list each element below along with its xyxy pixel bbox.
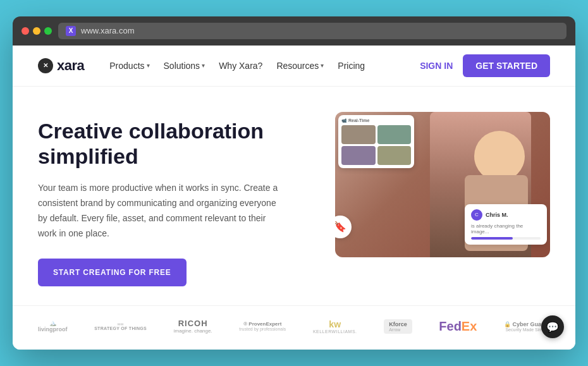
- logo-text: xara: [57, 58, 84, 74]
- chevron-down-icon: ▾: [321, 62, 324, 69]
- tooltip-action: is already changing the image...: [471, 223, 541, 235]
- brand-keller-williams: kw KELLERWILLIAMS.: [313, 319, 357, 334]
- browser-window: X www.xara.com ✕ xara Products ▾ Solutio…: [13, 16, 575, 350]
- close-button[interactable]: [21, 27, 29, 35]
- hero-image: 📹 Real-Time 🔖: [335, 112, 550, 257]
- nav-products[interactable]: Products ▾: [109, 61, 149, 71]
- nav-items: Products ▾ Solutions ▾ Why Xara? Resourc…: [109, 61, 401, 71]
- browser-chrome: X www.xara.com: [13, 16, 575, 46]
- cta-button[interactable]: START CREATING FOR FREE: [38, 259, 187, 286]
- hero-subtitle: Your team is more productive when it wor…: [38, 181, 278, 241]
- minimize-button[interactable]: [33, 27, 40, 35]
- user-avatar: C: [471, 209, 482, 221]
- nav-pricing[interactable]: Pricing: [338, 61, 365, 71]
- maximize-button[interactable]: [44, 27, 52, 35]
- navbar: ✕ xara Products ▾ Solutions ▾ Why Xara?: [13, 46, 575, 87]
- brand-proven-expert: ® ProvenExpert trusted by professionals: [239, 321, 286, 331]
- logo[interactable]: ✕ xara: [38, 58, 84, 74]
- nav-resources[interactable]: Resources ▾: [276, 61, 324, 71]
- brands-row: 🏔️ livingproof ∞∞ STRATEGY OF THINGS RIC…: [38, 319, 550, 334]
- browser-content: ✕ xara Products ▾ Solutions ▾ Why Xara?: [13, 46, 575, 350]
- brand-kforce: Kforce Arrow: [384, 319, 412, 334]
- nav-actions: SIGN IN GET STARTED: [420, 54, 550, 77]
- get-started-button[interactable]: GET STARTED: [463, 54, 550, 77]
- traffic-lights: [21, 27, 52, 35]
- brand-living-proof: 🏔️ livingproof: [38, 320, 68, 332]
- brand-fedex: FedEx: [439, 319, 477, 334]
- nav-why-xara[interactable]: Why Xara?: [219, 61, 262, 71]
- hero-title: Creative collaboration simplified: [38, 118, 316, 170]
- progress-bar: [471, 237, 541, 240]
- logo-icon: ✕: [38, 58, 53, 73]
- url-text: www.xara.com: [81, 26, 135, 35]
- sign-in-button[interactable]: SIGN IN: [420, 61, 453, 71]
- hero-right: 📹 Real-Time 🔖: [335, 112, 550, 287]
- chat-icon: 💬: [546, 321, 559, 333]
- brand-ricoh: RICOH imagine. change.: [174, 319, 212, 334]
- hero-section: Creative collaboration simplified Your t…: [13, 87, 575, 306]
- chevron-down-icon: ▾: [147, 62, 150, 69]
- emoji-badge: 🔖: [335, 216, 352, 238]
- brand-strategy-of-things: ∞∞ STRATEGY OF THINGS: [94, 322, 147, 331]
- hero-left: Creative collaboration simplified Your t…: [38, 112, 316, 287]
- video-grid-overlay: 📹 Real-Time: [338, 115, 414, 168]
- nav-solutions[interactable]: Solutions ▾: [164, 61, 205, 71]
- tooltip-username: Chris M.: [486, 212, 508, 218]
- chevron-down-icon: ▾: [202, 62, 205, 69]
- address-bar[interactable]: X www.xara.com: [58, 23, 567, 39]
- favicon-icon: X: [66, 26, 76, 36]
- brands-section: 🏔️ livingproof ∞∞ STRATEGY OF THINGS RIC…: [13, 305, 575, 350]
- progress-fill: [471, 237, 513, 240]
- collaboration-tooltip: C Chris M. is already changing the image…: [465, 204, 547, 245]
